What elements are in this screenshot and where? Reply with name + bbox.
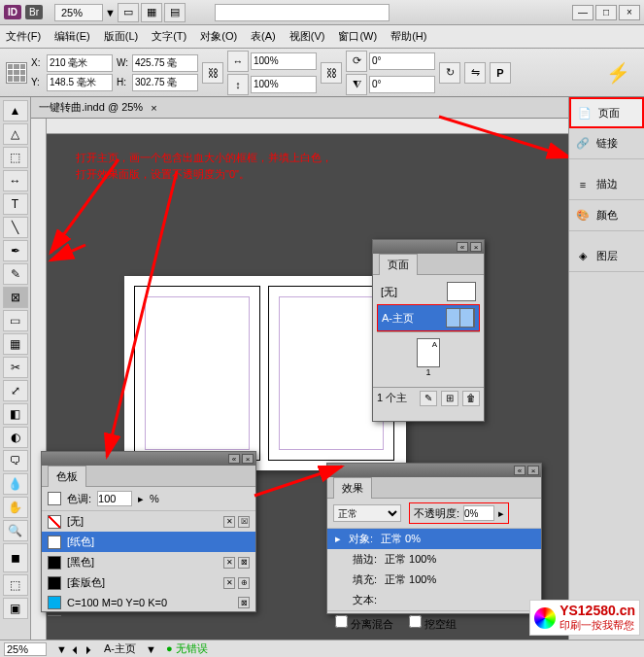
- fill-proxy-icon[interactable]: [48, 492, 61, 505]
- color-panel-button[interactable]: 🎨颜色: [569, 200, 644, 231]
- menu-window[interactable]: 窗口(W): [338, 29, 377, 44]
- pen-tool-icon[interactable]: ✒: [3, 240, 28, 261]
- menu-view[interactable]: 视图(V): [289, 29, 325, 44]
- direct-selection-tool-icon[interactable]: △: [3, 123, 28, 145]
- page-left[interactable]: [134, 286, 260, 461]
- constrain-scale-icon[interactable]: ⛓: [321, 62, 342, 84]
- scissors-tool-icon[interactable]: ✂: [3, 357, 28, 378]
- swatch-row[interactable]: [无]✕☒: [42, 511, 255, 532]
- rectangle-tool-icon[interactable]: ▭: [3, 310, 28, 331]
- layers-panel-button[interactable]: ◈图层: [569, 241, 644, 272]
- view-options-icon[interactable]: ▤: [164, 3, 186, 22]
- page-tool-icon[interactable]: ⬚: [3, 147, 28, 168]
- y-field[interactable]: [47, 74, 113, 91]
- free-transform-tool-icon[interactable]: ⤢: [3, 380, 28, 401]
- zoom-level[interactable]: 25%: [54, 4, 103, 21]
- scale-x-icon: ↔: [227, 51, 249, 72]
- delete-page-icon[interactable]: 🗑: [462, 391, 480, 406]
- note-tool-icon[interactable]: 🗨: [3, 450, 28, 471]
- flip-h-icon[interactable]: ⇋: [464, 62, 486, 84]
- type-tool-icon[interactable]: T: [3, 193, 28, 215]
- panel-close-icon[interactable]: ×: [470, 242, 482, 252]
- selection-tool-icon[interactable]: ▲: [3, 100, 28, 121]
- tint-field[interactable]: [97, 491, 132, 506]
- rotate-field[interactable]: [369, 52, 435, 70]
- menu-object[interactable]: 对象(O): [200, 29, 237, 44]
- blend-mode-select[interactable]: 正常: [333, 504, 401, 522]
- menu-edit[interactable]: 编辑(E): [54, 29, 90, 44]
- constrain-icon[interactable]: ⛓: [202, 62, 223, 84]
- effect-target-row[interactable]: 文本:: [327, 590, 541, 610]
- search-input[interactable]: [215, 4, 390, 21]
- panel-close-icon[interactable]: ×: [527, 466, 539, 475]
- status-preflight[interactable]: ● 无错误: [166, 641, 208, 656]
- swatch-row[interactable]: C=0 M=100 Y=0 K=0⊠: [42, 612, 255, 616]
- edit-page-icon[interactable]: ✎: [420, 391, 437, 406]
- hand-tool-icon[interactable]: ✋: [3, 497, 28, 518]
- links-panel-button[interactable]: 🔗链接: [569, 128, 644, 159]
- panel-collapse-icon[interactable]: «: [228, 454, 240, 464]
- swatch-row[interactable]: [套版色]✕⊕: [42, 572, 255, 593]
- zoom-tool-icon[interactable]: 🔍: [3, 520, 28, 541]
- isolate-checkbox[interactable]: 分离混合: [335, 615, 393, 632]
- spread[interactable]: [124, 276, 406, 470]
- quick-apply-icon[interactable]: ⚡: [598, 61, 638, 85]
- close-button[interactable]: ×: [619, 5, 640, 20]
- shear-field[interactable]: [369, 76, 435, 93]
- gradient-swatch-tool-icon[interactable]: ◧: [3, 403, 28, 425]
- links-icon: 🔗: [575, 136, 591, 152]
- gap-tool-icon[interactable]: ↔: [3, 170, 28, 191]
- menu-type[interactable]: 文字(T): [152, 29, 186, 44]
- eyedropper-tool-icon[interactable]: 💧: [3, 473, 28, 495]
- p-icon[interactable]: P: [490, 62, 511, 84]
- panel-collapse-icon[interactable]: «: [457, 242, 468, 252]
- master-a-row[interactable]: A-主页: [377, 304, 480, 331]
- gradient-feather-tool-icon[interactable]: ◐: [3, 427, 28, 448]
- effects-tab[interactable]: 效果: [333, 477, 372, 499]
- effect-target-row[interactable]: 描边:正常 100%: [327, 549, 541, 570]
- effect-target-row[interactable]: 填充:正常 100%: [327, 570, 541, 590]
- pages-tab[interactable]: 页面: [379, 254, 418, 275]
- swatch-row[interactable]: [黑色]✕⊠: [42, 552, 255, 572]
- maximize-button[interactable]: □: [595, 5, 617, 20]
- pages-panel-button[interactable]: 📄页面: [569, 97, 644, 128]
- swatch-row[interactable]: [纸色]: [42, 532, 255, 552]
- panel-collapse-icon[interactable]: «: [514, 466, 525, 475]
- screen-mode-icon[interactable]: ▭: [118, 3, 139, 22]
- reference-point[interactable]: [6, 62, 27, 84]
- master-none-row[interactable]: [无]: [377, 279, 480, 304]
- scale-x-field[interactable]: [251, 52, 317, 70]
- menu-table[interactable]: 表(A): [251, 29, 276, 44]
- minimize-button[interactable]: —: [572, 5, 593, 20]
- color-icon: 🎨: [575, 208, 591, 224]
- line-tool-icon[interactable]: ╲: [3, 217, 28, 238]
- document-tab[interactable]: 一键转曲.indd @ 25%×: [31, 97, 568, 119]
- rectangle-frame-tool-icon[interactable]: ⊠: [3, 287, 28, 308]
- grid-tool-icon[interactable]: ▦: [3, 333, 28, 355]
- swatches-tab[interactable]: 色板: [48, 466, 86, 487]
- menu-help[interactable]: 帮助(H): [390, 29, 426, 44]
- menu-file[interactable]: 文件(F): [6, 29, 41, 44]
- fill-stroke-icon[interactable]: ◼: [3, 543, 28, 572]
- scale-y-field[interactable]: [251, 76, 317, 93]
- page-1-thumb[interactable]: A: [417, 338, 440, 367]
- h-field[interactable]: [132, 74, 198, 91]
- knockout-checkbox[interactable]: 挖空组: [409, 615, 457, 632]
- bridge-badge[interactable]: Br: [25, 5, 43, 19]
- status-master[interactable]: A-主页: [104, 641, 136, 656]
- arrange-icon[interactable]: ▦: [141, 3, 162, 22]
- w-field[interactable]: [132, 54, 198, 72]
- new-page-icon[interactable]: ⊞: [441, 391, 458, 406]
- stroke-panel-button[interactable]: ≡描边: [569, 169, 644, 200]
- pencil-tool-icon[interactable]: ✎: [3, 263, 28, 285]
- opacity-field[interactable]: [463, 505, 494, 521]
- swatch-row[interactable]: C=100 M=0 Y=0 K=0⊠: [42, 593, 255, 612]
- view-mode-icon[interactable]: ▣: [3, 598, 28, 619]
- x-field[interactable]: [47, 54, 113, 72]
- default-fill-stroke-icon[interactable]: ⬚: [3, 574, 28, 596]
- menu-layout[interactable]: 版面(L): [104, 29, 138, 44]
- status-zoom[interactable]: 25%: [4, 642, 47, 656]
- effect-target-row[interactable]: ▸对象:正常 0%: [327, 529, 541, 549]
- panel-close-icon[interactable]: ×: [242, 454, 254, 464]
- rotate-cw-icon[interactable]: ↻: [439, 62, 460, 84]
